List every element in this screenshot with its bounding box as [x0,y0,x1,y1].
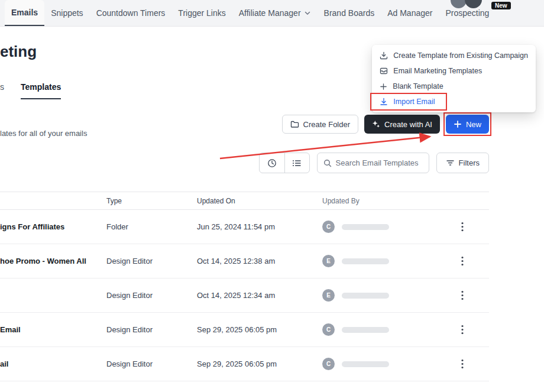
top-nav-item-countdown-timers[interactable]: Countdown Timers [90,0,172,26]
search-input[interactable] [336,158,423,167]
table-row[interactable]: hoe Promo - Women All Design Editor Oct … [0,244,489,278]
redacted-username [342,361,389,367]
filter-icon [446,158,455,167]
page-title: eting [0,43,37,61]
template-type: Design Editor [106,291,197,300]
template-name: igns For Affiliates [0,222,106,231]
create-folder-button[interactable]: Create Folder [282,115,358,134]
tab-campaigns-fragment[interactable]: s [0,82,4,99]
table-row[interactable]: Design Editor Oct 14, 2025 12:34 am E [0,278,489,313]
templates-toolbar: Filters [0,153,489,173]
menu-item-label: Blank Template [393,82,443,90]
top-nav-item-affiliate-manager[interactable]: Affiliate Manager [232,0,318,26]
table-row[interactable]: Email Design Editor Sep 29, 2025 06:05 p… [0,313,489,347]
new-button-label: New [466,120,481,129]
plus-icon [380,83,387,90]
updated-on: Sep 29, 2025 06:05 pm [197,325,322,334]
new-badge: New [491,2,511,9]
page-tabs: s Templates [0,82,61,99]
updated-by: E [322,255,436,267]
folder-icon [290,120,299,129]
plus-icon [454,120,462,128]
filters-button[interactable]: Filters [436,153,489,173]
menu-item-blank-template[interactable]: Blank Template [372,79,536,94]
new-dropdown-menu: Create Template from Existing Campaign E… [372,45,536,112]
row-menu-button[interactable] [454,287,471,304]
updated-on: Oct 14, 2025 12:34 am [197,291,322,300]
view-toggle [259,153,310,173]
redacted-username [342,258,389,264]
header-updated-by: Updated By [322,197,436,205]
menu-item-label: Create Template from Existing Campaign [393,51,528,60]
redacted-username [342,224,389,230]
list-view-button[interactable] [284,153,309,173]
updated-on: Sep 29, 2025 06:05 pm [197,359,322,368]
user-initial-avatar: C [322,221,335,233]
create-with-ai-label: Create with AI [384,120,432,129]
recent-view-button[interactable] [260,153,284,173]
template-name: Email [0,325,106,334]
download-tray-icon [380,51,388,60]
top-nav-item-brand-boards[interactable]: Brand Boards [318,0,381,26]
redacted-username [342,327,389,333]
user-initial-avatar: E [322,289,335,302]
search-box [317,153,429,173]
table-row[interactable]: ail Design Editor Sep 29, 2025 06:05 pm … [0,347,489,381]
updated-by: C [322,221,436,233]
template-type: Design Editor [106,257,197,265]
updated-on: Oct 14, 2025 12:38 am [197,257,322,265]
top-nav-item-emails[interactable]: Emails [5,0,44,26]
updated-on: Jun 25, 2024 11:54 pm [197,222,322,231]
top-nav-item-trigger-links[interactable]: Trigger Links [171,0,232,26]
menu-item-create-template-from-existing-campaign[interactable]: Create Template from Existing Campaign [372,48,536,63]
row-menu-button[interactable] [454,253,471,270]
header-type: Type [106,197,197,205]
template-name: ail [0,359,106,368]
list-icon [292,158,302,168]
template-type: Design Editor [106,325,197,334]
user-initial-avatar: E [322,255,335,267]
header-updated-on: Updated On [197,197,322,205]
menu-item-label: Email Marketing Templates [393,67,482,75]
user-initial-avatar: C [322,323,335,336]
updated-by: E [322,289,436,302]
search-icon [323,159,332,167]
tab-templates[interactable]: Templates [21,82,61,99]
updated-by: C [322,323,436,336]
sparkles-icon [372,120,380,128]
row-menu-button[interactable] [454,322,471,338]
templates-icon [380,67,388,75]
clock-icon [267,158,277,168]
top-nav-item-label: Affiliate Manager [239,8,301,18]
row-menu-button[interactable] [454,356,471,372]
actions-row: Create Folder Create with AI New [0,115,489,134]
table-header: Type Updated On Updated By [0,192,489,210]
import-download-icon [380,98,388,106]
template-type: Folder [106,222,197,231]
menu-item-import-email[interactable]: Import Email [372,94,536,109]
row-menu-button[interactable] [454,219,471,235]
menu-item-label: Import Email [393,98,435,106]
create-folder-label: Create Folder [303,120,350,129]
chevron-down-icon [304,9,311,18]
table-row[interactable]: igns For Affiliates Folder Jun 25, 2024 … [0,210,489,244]
redacted-username [342,293,389,299]
top-nav-item-snippets[interactable]: Snippets [44,0,89,26]
top-nav-item-ad-manager[interactable]: Ad Manager [381,0,439,26]
template-type: Design Editor [106,359,197,368]
menu-item-email-marketing-templates[interactable]: Email Marketing Templates [372,63,536,79]
templates-table: Type Updated On Updated By igns For Affi… [0,192,489,381]
updated-by: C [322,358,436,370]
new-button[interactable]: New [446,115,489,134]
top-nav: Emails Snippets Countdown Timers Trigger… [0,0,544,27]
template-name: hoe Promo - Women All [0,257,106,265]
filters-label: Filters [459,158,480,167]
user-initial-avatar: C [322,358,335,370]
create-with-ai-button[interactable]: Create with AI [364,115,440,134]
